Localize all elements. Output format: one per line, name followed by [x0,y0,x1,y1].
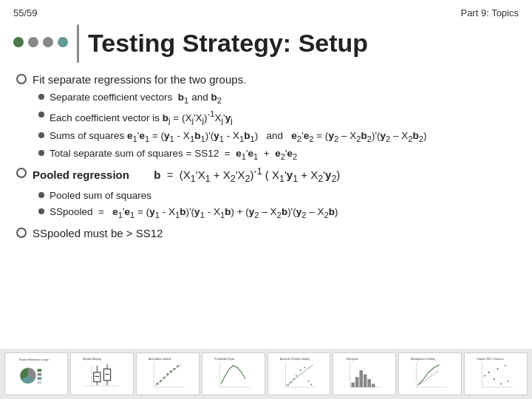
sub-bullet-text-1-2: Each coefficient vector is bj = (Xj'Xj)-… [50,108,233,127]
sub-bullet-icon [38,132,44,138]
svg-point-62 [500,383,502,384]
sub-bullet-text-1-3: Sums of squares e1'e1 = (y1 - X1b1)'(y1 … [50,129,427,145]
thumb-4-svg: Probability Digits [205,355,261,392]
bullet-2: Pooled regression b = (X1'X1 + X2'X2)-1 … [16,166,517,186]
svg-rect-4 [38,381,41,384]
dot-1 [13,37,24,47]
bullet-2-section: Pooled regression b = (X1'X1 + X2'X2)-1 … [16,166,517,221]
title-bar: Testing Strategy: Setup [0,18,532,70]
bullet-3-icon [16,228,27,238]
thumbnail-3[interactable]: Autos/Auto related [136,352,200,395]
sub-bullet-1-2: Each coefficient vector is bj = (Xj'Xj)-… [38,108,517,127]
svg-rect-2 [38,373,41,376]
svg-text:Autocalc (Dollars rebate): Autocalc (Dollars rebate) [280,358,310,361]
sub-bullets-2: Pooled sum of squares SSpooled = e1'e1 =… [38,188,517,221]
bullet-2-icon [16,168,27,178]
sub-bullet-text-1-4: Total separate sum of squares = SS12 = e… [50,146,297,163]
svg-point-64 [507,381,508,382]
dot-4 [58,37,68,47]
sub-bullet-icon [38,112,44,117]
thumb-6-svg: Histogram [337,355,392,392]
sub-bullet-icon [38,208,44,214]
sub-bullet-icon [38,150,44,156]
bullet-1-icon [16,74,27,84]
sub-bullet-1-3: Sums of squares e1'e1 = (y1 - X1b1)'(y1 … [38,129,517,145]
svg-rect-50 [367,379,371,387]
svg-text:Management Salary: Management Salary [412,358,436,361]
slide: 55/59 Part 9: Topics Testing Strategy: S… [0,0,532,399]
main-content: Fit separate regressions for the two gro… [0,70,532,241]
slide-header: 55/59 Part 9: Topics [0,0,532,18]
sub-bullet-2-1: Pooled sum of squares [38,188,517,203]
svg-text:Autos/Auto related: Autos/Auto related [149,358,171,361]
thumbnail-1[interactable]: Factor influences on age [4,352,68,395]
svg-point-41 [310,383,312,385]
sub-bullet-1-4: Total separate sum of squares = SS12 = e… [38,146,517,163]
svg-point-61 [497,368,499,369]
svg-rect-9 [94,372,100,382]
dot-3 [43,37,53,47]
thumbnail-5[interactable]: Autocalc (Dollars rebate) [267,352,331,395]
bullet-2-text: Pooled regression b = (X1'X1 + X2'X2)-1 … [33,166,340,186]
thumb-3-svg: Autos/Auto related [140,355,195,392]
sub-bullet-icon [38,94,44,100]
thumbnail-4[interactable]: Probability Digits [202,352,265,395]
thumb-1-svg: Factor influences on age [8,355,64,392]
title-divider [77,24,79,63]
bullet-1-text: Fit separate regressions for the two gro… [33,72,246,87]
dots-container [13,37,68,47]
svg-text:Capital: SIC of Games: Capital: SIC of Games [477,358,504,361]
thumb-8-svg: Capital: SIC of Games [468,355,523,392]
svg-rect-3 [38,377,41,380]
bullet-3-text: SSpooled must be > SS12 [33,225,163,241]
thumb-7-svg: Management Salary [402,355,457,392]
svg-point-34 [287,384,289,386]
slide-title: Testing Strategy: Setup [88,30,368,57]
sub-bullet-text-2-1: Pooled sum of squares [50,188,151,203]
svg-rect-49 [363,374,366,386]
svg-text:Bargain Buying: Bargain Buying [83,358,101,361]
sub-bullet-icon [38,192,44,198]
sub-bullet-text-2-2: SSpooled = e1'e1 = (y1 - X1b)'(y1 - X1b)… [50,205,338,221]
svg-text:Probability Digits: Probability Digits [214,358,234,361]
svg-rect-1 [38,369,41,372]
thumbnail-6[interactable]: Histogram [332,352,396,395]
svg-point-39 [304,366,305,368]
svg-text:Histogram: Histogram [346,358,358,361]
thumb-5-svg: Autocalc (Dollars rebate) [271,355,327,392]
part-title: Part 9: Topics [460,7,519,18]
svg-point-58 [484,375,485,376]
thumb-2-svg: Bargain Buying [74,355,129,392]
thumbnail-8[interactable]: Capital: SIC of Games [464,352,528,395]
sub-bullet-text-1-1: Separate coefficient vectors b1 and b2 [50,90,222,106]
sub-bullets-1: Separate coefficient vectors b1 and b2 E… [38,90,517,163]
svg-line-42 [286,365,313,386]
dot-2 [28,37,38,47]
svg-point-40 [307,381,309,382]
thumbnail-2[interactable]: Bargain Buying [70,352,134,395]
bullet-1: Fit separate regressions for the two gro… [16,72,517,87]
svg-point-59 [488,372,490,373]
svg-rect-48 [359,370,363,387]
svg-point-63 [505,364,506,366]
svg-point-38 [299,369,301,371]
sub-bullet-2-2: SSpooled = e1'e1 = (y1 - X1b)'(y1 - X1b)… [38,205,517,221]
thumbnail-7[interactable]: Management Salary [398,352,462,395]
bullet-3: SSpooled must be > SS12 [16,225,517,241]
svg-text:Factor influences on age: Factor influences on age [19,358,49,361]
svg-rect-51 [371,383,375,387]
slide-number: 55/59 [13,7,38,18]
svg-point-37 [296,375,297,376]
thumbnail-bar: Factor influences on age Bargain Buying [0,349,532,399]
svg-rect-46 [351,382,355,386]
svg-line-27 [155,364,181,385]
sub-bullet-1-1: Separate coefficient vectors b1 and b2 [38,90,517,106]
svg-point-36 [293,378,294,380]
svg-point-60 [494,378,495,380]
svg-rect-47 [355,377,358,387]
